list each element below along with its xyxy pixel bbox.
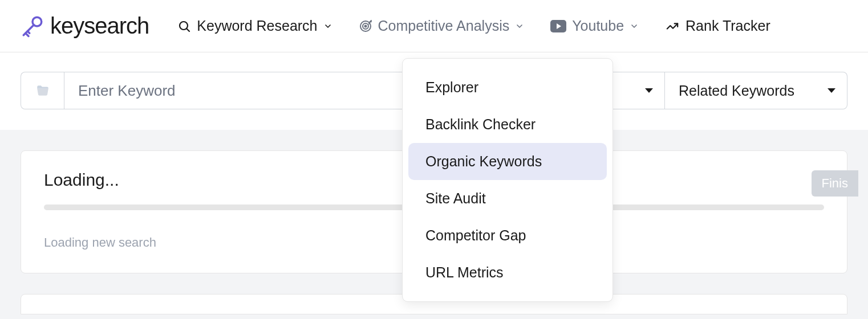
- dropdown-item-backlink-checker[interactable]: Backlink Checker: [408, 106, 607, 143]
- dropdown-item-url-metrics[interactable]: URL Metrics: [408, 254, 607, 291]
- brand-logo[interactable]: keysearch: [21, 13, 149, 39]
- chevron-down-icon: [515, 22, 524, 31]
- youtube-icon: [550, 20, 566, 32]
- select-label: Related Keywords: [679, 83, 794, 99]
- svg-line-2: [186, 28, 189, 31]
- svg-point-5: [364, 25, 366, 27]
- search-icon: [177, 19, 191, 33]
- nav-keyword-research[interactable]: Keyword Research: [177, 18, 332, 34]
- trending-icon: [665, 20, 680, 32]
- nav-competitive-analysis[interactable]: Competitive Analysis: [359, 18, 525, 34]
- finish-button[interactable]: Finis: [812, 170, 858, 197]
- nav-label: Youtube: [572, 18, 624, 34]
- dropdown-item-competitor-gap[interactable]: Competitor Gap: [408, 217, 607, 254]
- dropdown-item-organic-keywords[interactable]: Organic Keywords: [408, 143, 607, 180]
- nav-label: Competitive Analysis: [378, 18, 510, 34]
- related-keywords-select[interactable]: Related Keywords: [665, 72, 847, 109]
- brand-name: keysearch: [50, 13, 149, 39]
- nav-youtube[interactable]: Youtube: [550, 18, 639, 34]
- target-icon: [359, 19, 372, 33]
- competitive-analysis-dropdown: Explorer Backlink Checker Organic Keywor…: [402, 58, 613, 302]
- main-nav: Keyword Research Competitive Analysis: [177, 18, 770, 34]
- key-icon: [21, 14, 44, 38]
- nav-label: Rank Tracker: [686, 18, 770, 34]
- dropdown-item-explorer[interactable]: Explorer: [408, 69, 607, 106]
- folder-icon: [34, 83, 51, 98]
- caret-down-icon: [828, 88, 835, 93]
- nav-label: Keyword Research: [197, 18, 317, 34]
- folder-button[interactable]: [21, 72, 64, 109]
- top-nav: keysearch Keyword Research: [0, 0, 868, 52]
- chevron-down-icon: [323, 22, 332, 31]
- nav-rank-tracker[interactable]: Rank Tracker: [665, 18, 770, 34]
- chevron-down-icon: [630, 22, 639, 31]
- caret-down-icon: [645, 88, 653, 93]
- dropdown-item-site-audit[interactable]: Site Audit: [408, 180, 607, 217]
